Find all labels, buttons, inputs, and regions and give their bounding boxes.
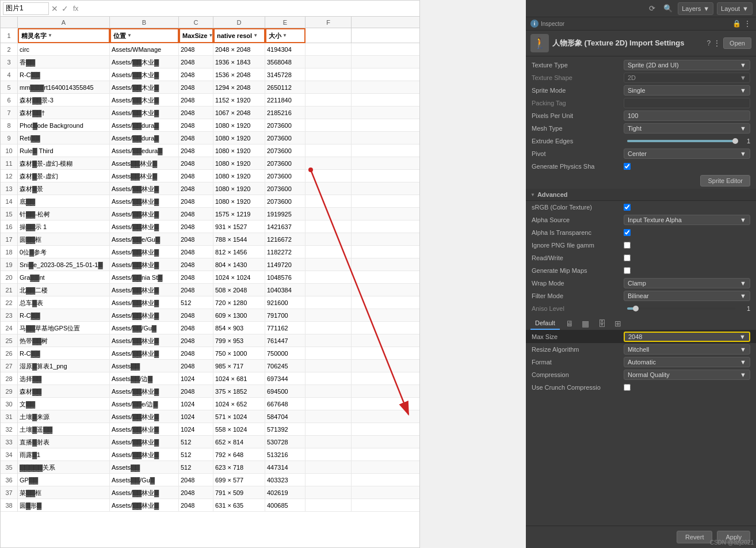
table-row[interactable]: 13森材▓景Assets/▓▓林业▓20481080 × 19202073600 (1, 182, 419, 195)
table-row[interactable]: 21北▓▓二楼Assets/▓▓林业▓2048508 × 20481040384 (1, 284, 419, 296)
sprite-editor-button[interactable]: Sprite Editor (700, 175, 750, 187)
table-row[interactable]: 11森材▓景-虚幻-模糊Assets▓▓林业▓20481080 × 192020… (1, 157, 419, 170)
table-cell: 2048 (179, 334, 213, 347)
col-header-a[interactable]: A (18, 17, 110, 28)
revert-button[interactable]: Revert (677, 531, 712, 543)
table-row[interactable]: 27湿原▓算表1_pngAssets▓▓2048985 × 717706245 (1, 360, 419, 372)
cell-ref-input[interactable]: 图片1 (3, 2, 49, 15)
question-icon[interactable]: ? (707, 39, 711, 47)
table-cell: Assets/▓▓林业▓ (110, 258, 179, 271)
srgb-checkbox[interactable] (624, 204, 631, 211)
crunch-checkbox[interactable] (624, 384, 631, 391)
filter-arrow-size[interactable]: ▼ (282, 28, 287, 43)
table-row[interactable]: 26R-C▓▓Assets/▓▓林业▓2048750 × 1000750000 (1, 347, 419, 360)
mesh-type-dropdown[interactable]: Tight ▼ (624, 123, 750, 134)
texture-type-dropdown[interactable]: Sprite (2D and UI) ▼ (624, 60, 750, 70)
formula-input[interactable] (83, 3, 417, 14)
table-row[interactable]: 19Sni▓e_2023-08-25_15-01-1▓Assets/▓▓林业▓2… (1, 258, 419, 271)
format-dropdown[interactable]: Automatic ▼ (624, 357, 750, 367)
sprite-mode-dropdown[interactable]: Single ▼ (624, 85, 750, 96)
lock-icon[interactable]: 🔒 (732, 20, 741, 28)
platform-tab-default[interactable]: Default (530, 317, 560, 330)
col-header-f[interactable]: F (306, 17, 352, 28)
table-cell: Phot▓ode Background (18, 119, 110, 132)
table-row[interactable]: 9Reti▓▓Assets/▓▓dura▓20481080 × 19202073… (1, 132, 419, 144)
max-size-dropdown[interactable]: 2048 ▼ (624, 332, 750, 342)
ignore-png-checkbox[interactable] (624, 242, 631, 249)
table-row[interactable]: 17圆▓▓框Assets/▓▓e/Gu▓2048788 × 1544121667… (1, 233, 419, 246)
table-row[interactable]: 28选择▓▓Assets▓▓/边▓10241024 × 681697344 (1, 372, 419, 385)
table-row[interactable]: 33直播▓射表Assets/▓▓林业▓512652 × 814530728 (1, 436, 419, 448)
col-header-d[interactable]: D (213, 17, 265, 28)
advanced-section-header[interactable]: ▼ Advanced (526, 189, 756, 201)
pivot-dropdown[interactable]: Center ▼ (624, 149, 750, 159)
filter-arrow-name[interactable]: ▼ (48, 28, 52, 43)
asset-icon: 🚶 (530, 34, 549, 52)
table-cell: 921600 (265, 296, 306, 309)
layers-dropdown[interactable]: Layers ▼ (678, 2, 713, 15)
table-row[interactable]: 30文▓▓Assets/▓▓e/边▓10241024 × 652667648 (1, 398, 419, 410)
table-row[interactable]: 8Phot▓ode BackgroundAssets/▓▓dura▓204810… (1, 119, 419, 132)
col-header-e[interactable]: E (265, 17, 306, 28)
table-row[interactable]: 22总车▓表Assets/▓▓林业▓512720 × 1280921600 (1, 296, 419, 309)
table-row[interactable]: 3香▓▓Assets/▓▓木业▓20481936 × 18433568048 (1, 56, 419, 68)
table-row[interactable]: 25热带▓▓树Assets/▓▓林业▓2048799 × 953761447 (1, 334, 419, 347)
table-row[interactable]: 6森材▓▓景-3Assets/▓▓木业▓20481152 × 192022118… (1, 94, 419, 106)
table-row[interactable]: 10Rule▓ ThirdAssets/▓▓edura▓20481080 × 1… (1, 144, 419, 157)
pixels-per-unit-input[interactable]: 100 (624, 111, 750, 121)
table-row[interactable]: 2circAssets/WManage20482048 × 2048419430… (1, 43, 419, 56)
open-button[interactable]: Open (723, 37, 751, 49)
menu-dots[interactable]: ⋮ (743, 19, 751, 28)
table-row[interactable]: 5mm▓▓▓rt1640014355845Assets/▓▓木业▓2048129… (1, 81, 419, 94)
extrude-edges-thumb[interactable] (732, 138, 738, 144)
table-row[interactable]: 14底▓▓Assets/▓▓林业▓20481080 × 19202073600 (1, 195, 419, 208)
table-row[interactable]: 35▓▓▓▓▓关系Assets▓▓512623 × 718447314 (1, 461, 419, 474)
packing-tag-input[interactable] (624, 98, 750, 108)
platform-tab-grid[interactable]: ▦ (579, 317, 592, 330)
table-row[interactable]: 23R-C▓▓Assets/▓▓林业▓2048609 × 1300791700 (1, 309, 419, 322)
compression-dropdown[interactable]: Normal Quality ▼ (624, 370, 750, 380)
filter-mode-dropdown[interactable]: Bilinear ▼ (624, 291, 750, 301)
wrap-mode-dropdown[interactable]: Clamp ▼ (624, 278, 750, 288)
resize-algorithm-dropdown[interactable]: Mitchell ▼ (624, 344, 750, 355)
filter-arrow-position[interactable]: ▼ (127, 28, 132, 43)
search-icon[interactable]: 🔍 (662, 2, 674, 15)
generate-physics-checkbox[interactable] (624, 163, 631, 170)
platform-tab-server[interactable]: 🗄 (595, 317, 608, 330)
platform-tab-windows[interactable]: ⊞ (612, 317, 624, 330)
table-row[interactable]: 36GP▓▓Assets▓▓/Gu▓2048699 × 577403323 (1, 474, 419, 486)
alpha-transparency-checkbox[interactable] (624, 229, 631, 236)
table-row[interactable]: 31土壤▓来源Assets/▓▓林业▓1024571 × 1024584704 (1, 410, 419, 423)
settings-icon[interactable]: ⋮ (713, 39, 721, 48)
history-icon[interactable]: ⟳ (646, 2, 658, 15)
table-row[interactable]: 37菜▓▓框Assets/▓▓林业▓2048791 × 509402619 (1, 486, 419, 499)
confirm-icon[interactable]: ✓ (62, 4, 68, 13)
table-row[interactable]: 20Gra▓▓ntAssets/▓▓nia St▓20481024 × 1024… (1, 271, 419, 284)
table-cell: 2048 (179, 258, 213, 271)
extrude-edges-track[interactable] (627, 140, 735, 142)
table-row[interactable]: 12森材▓景-虚幻Assets▓▓林业▓20481080 × 192020736… (1, 170, 419, 182)
col-header-c[interactable]: C (179, 17, 213, 28)
filter-arrow-native[interactable]: ▼ (253, 28, 258, 43)
aniso-level-track[interactable] (627, 307, 735, 310)
texture-shape-dropdown[interactable]: 2D ▼ (624, 73, 750, 83)
col-header-b[interactable]: B (110, 17, 179, 28)
table-row[interactable]: 34雨露▓1Assets/▓▓林业▓512792 × 648513216 (1, 448, 419, 461)
table-row[interactable]: 16操▓▓示 1Assets/▓▓林业▓2048931 × 1527142163… (1, 220, 419, 233)
table-row[interactable]: 4R-C▓▓Assets/▓▓木业▓20481536 × 20483145728 (1, 68, 419, 81)
filter-arrow-maxsize[interactable]: ▼ (208, 28, 213, 43)
table-row[interactable]: 180位▓参考Assets/▓▓林业▓2048812 × 14561182272 (1, 246, 419, 258)
aniso-level-thumb[interactable] (633, 306, 639, 311)
mip-maps-checkbox[interactable] (624, 267, 631, 274)
table-row[interactable]: 32土壤▓遥▓▓Assets/▓▓林业▓1024558 × 1024571392 (1, 423, 419, 436)
read-write-checkbox[interactable] (624, 254, 631, 261)
platform-tab-monitor[interactable]: 🖥 (563, 317, 576, 330)
cancel-icon[interactable]: ✕ (51, 4, 58, 13)
table-row[interactable]: 29森材▓▓Assets/▓▓林业▓2048375 × 1852694500 (1, 385, 419, 398)
alpha-source-dropdown[interactable]: Input Texture Alpha ▼ (624, 215, 750, 225)
table-row[interactable]: 15针▓▓-松树Assets/▓▓林业▓20481575 × 121919199… (1, 208, 419, 220)
table-row[interactable]: 38圆▓形▓Assets/▓▓林业▓2048631 × 635400685 (1, 499, 419, 512)
table-row[interactable]: 7森材▓▓†Assets/▓▓木业▓20481067 × 20482185216 (1, 106, 419, 119)
table-row[interactable]: 24马▓▓草基地GPS位置Assets/▓▓/Gu▓2048854 × 9037… (1, 322, 419, 334)
layout-dropdown[interactable]: Layout ▼ (717, 2, 753, 15)
